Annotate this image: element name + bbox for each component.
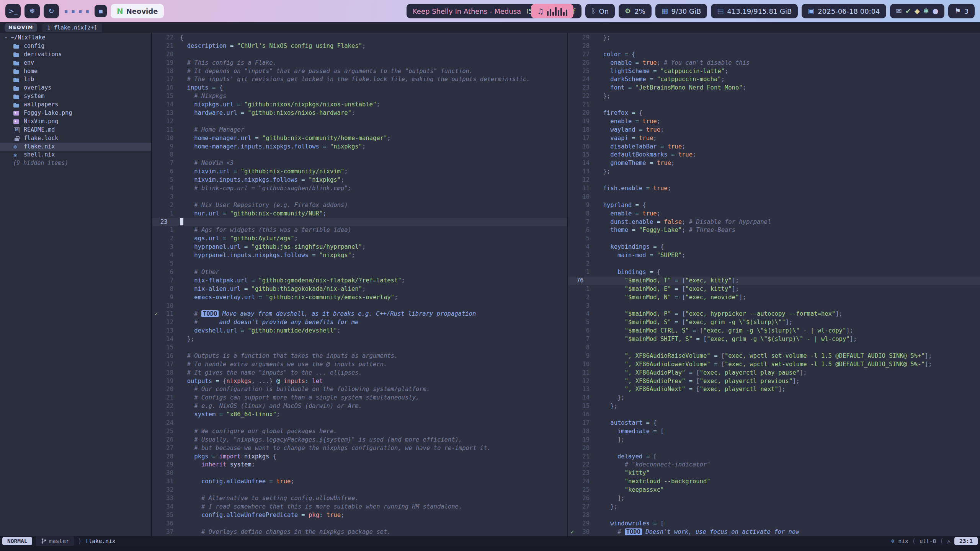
code-line[interactable]: 28 <box>568 42 980 51</box>
code-line[interactable]: 10 home-manager.url = "github:nix-commun… <box>152 134 567 143</box>
code-line[interactable]: 29 windowrules = [ <box>568 520 980 528</box>
code-line[interactable]: 7 nix-flatpak.url = "github:gmodena/nix-… <box>152 277 567 285</box>
code-line[interactable]: 17 # The inputs' git revisions get locke… <box>152 75 567 84</box>
code-line[interactable]: 14 }; <box>152 335 567 344</box>
code-line[interactable]: 4 "$mainMod, P" = ["exec, hyprpicker --a… <box>568 310 980 318</box>
tree-item-system[interactable]: system <box>0 92 151 101</box>
buffer-tab[interactable]: 1 flake.nix[2+] <box>42 23 102 33</box>
code-line[interactable]: 30 <box>152 469 567 478</box>
code-line[interactable]: 23 system = "x86_64-linux"; <box>152 411 567 419</box>
code-line[interactable]: 76 "$mainMod, T" = ["exec, kitty"]; <box>568 277 980 285</box>
code-line[interactable]: 16 disableTabBar = true; <box>568 143 980 151</box>
code-line[interactable]: 28 pkgs = import nixpkgs { <box>152 453 567 461</box>
clock-module[interactable]: ▣2025-06-18 00:04 <box>802 4 886 18</box>
code-line[interactable]: 19 enable = true; <box>568 117 980 126</box>
code-line[interactable]: 2 <box>568 260 980 268</box>
code-line[interactable]: 6 theme = "Foggy-Lake"; # Three-Bears <box>568 226 980 235</box>
code-line[interactable]: 22 # e.g. NixOS (linux) and MacOS (darwi… <box>152 402 567 411</box>
code-line[interactable]: 4 hyprpanel.inputs.nixpkgs.follows = "ni… <box>152 251 567 260</box>
code-line[interactable]: 26 enable = true; # You can't disable th… <box>568 59 980 67</box>
code-line[interactable]: 20 <box>152 51 567 59</box>
code-line[interactable]: 9 hyprland = { <box>568 201 980 210</box>
code-line[interactable]: 15 <box>152 344 567 352</box>
code-line[interactable]: 1 nur.url = "github:nix-community/NUR"; <box>152 210 567 218</box>
code-line[interactable]: 33 # Alternative to setting config.allow… <box>152 494 567 503</box>
tree-item-~/NixFlake[interactable]: ▾~/NixFlake <box>0 34 151 42</box>
editor-pane-left[interactable]: 22{21 description = "ChUrl's NixOS confi… <box>152 33 567 536</box>
code-line[interactable]: ✓30 # TODO Doesn't work, use focus_on_ac… <box>568 528 980 536</box>
code-line[interactable]: 35 config.allowUnfreePredicate = pkg: tr… <box>152 511 567 520</box>
tree-item-env[interactable]: env <box>0 59 151 67</box>
check-icon[interactable]: ✔ <box>905 8 911 15</box>
code-line[interactable]: 11 # Home Manager <box>152 126 567 134</box>
reload-button[interactable]: ↻ <box>44 4 59 18</box>
code-line[interactable]: 15 defaultBookmarks = true; <box>568 151 980 159</box>
code-line[interactable]: 6 # Other <box>152 268 567 277</box>
code-line[interactable]: 17 # To handle extra arguments we use th… <box>152 360 567 369</box>
code-line[interactable]: 22 # "kdeconnect-indicator" <box>568 461 980 469</box>
code-line[interactable]: 13 hardware.url = "github:nixos/nixos-ha… <box>152 109 567 117</box>
tree-item-flake.lock[interactable]: flake.lock <box>0 134 151 143</box>
code-line[interactable]: 2 ags.url = "github:Aylur/ags"; <box>152 235 567 243</box>
code-line[interactable]: 21 <box>568 101 980 109</box>
code-line[interactable]: 8 <box>568 344 980 352</box>
code-line[interactable]: 12 <box>152 117 567 126</box>
tree-item-overlays[interactable]: overlays <box>0 84 151 92</box>
code-line[interactable]: 29 inherit system; <box>152 461 567 469</box>
code-line[interactable]: 29 }; <box>568 34 980 42</box>
code-line[interactable]: 31 config.allowUnfree = true; <box>152 478 567 486</box>
code-line[interactable]: 7 "$mainMod SHIFT, S" = ["exec, grim -g … <box>568 335 980 344</box>
dot-icon[interactable]: ● <box>933 8 939 15</box>
code-line[interactable]: 8 enable = true; <box>568 210 980 218</box>
now-playing-module[interactable]: Keep Shelly In Athens - Medusa <box>407 4 527 18</box>
code-line[interactable]: 13 }; <box>568 168 980 176</box>
tree-item-flake.nix[interactable]: flake.nix <box>0 143 151 151</box>
code-line[interactable]: 9 home-manager.inputs.nixpkgs.follows = … <box>152 143 567 151</box>
code-line[interactable]: 28 <box>568 511 980 520</box>
code-line[interactable]: 26 # Usually, "nixpkgs.legacyPackages.${… <box>152 436 567 444</box>
notifications-module[interactable]: ⚑3 <box>948 4 975 18</box>
code-line[interactable]: 6 nixvim.url = "github:nix-community/nix… <box>152 168 567 176</box>
code-line[interactable]: 21 delayed = [ <box>568 453 980 461</box>
code-line[interactable]: 7 # NeoVim <3 <box>152 159 567 168</box>
code-line[interactable]: 2 # Nix User Repository (e.g. Firefox ad… <box>152 201 567 210</box>
code-line[interactable]: 18 wayland = true; <box>568 126 980 134</box>
code-line[interactable]: 19 outputs = {nixpkgs, ...} @ inputs: le… <box>152 377 567 386</box>
code-line[interactable]: 36 <box>152 520 567 528</box>
code-line[interactable]: 3 <box>152 193 567 201</box>
code-line[interactable]: 12 # and doesn't provide any benefits fo… <box>152 318 567 327</box>
code-line[interactable]: 6 "$mainMod CTRL, S" = ["exec, grim -g \… <box>568 327 980 335</box>
code-line[interactable]: 11 ", XF86AudioPlay" = ["exec, playerctl… <box>568 369 980 377</box>
music-visualizer-module[interactable]: ♫ <box>531 4 573 18</box>
code-line[interactable]: 8 nix-alien.url = "github:thiagokokada/n… <box>152 285 567 293</box>
code-line[interactable]: 20 # Our configuration is buildable on t… <box>152 385 567 394</box>
code-line[interactable]: 13 ", XF86AudioNext" = ["exec, playerctl… <box>568 385 980 394</box>
workspace-icon[interactable]: ▪ <box>72 8 75 14</box>
code-line[interactable]: 24 "nextcloud --background" <box>568 478 980 486</box>
code-line[interactable]: 1 "$mainMod, E" = ["exec, kitty"]; <box>568 285 980 293</box>
code-line[interactable]: 11 fish.enable = true; <box>568 184 980 193</box>
git-branch[interactable]: master <box>36 536 74 546</box>
code-line[interactable]: 14 gnomeTheme = true; <box>568 159 980 168</box>
mail-icon[interactable]: ✉ <box>896 8 902 15</box>
editor-pane-right[interactable]: 29 };2827 color = {26 enable = true; # Y… <box>567 33 980 536</box>
code-line[interactable]: 34 # I read somewhere that this is more … <box>152 503 567 511</box>
tree-item-shell.nix[interactable]: shell.nix <box>0 151 151 159</box>
code-line[interactable]: 16 inputs = { <box>152 84 567 92</box>
system-tray-module[interactable]: ✉✔◆✱● <box>890 4 945 18</box>
code-line[interactable]: 17 autostart = { <box>568 419 980 427</box>
code-line[interactable]: 19 # This config is a Flake. <box>152 59 567 67</box>
tree-item-home[interactable]: home <box>0 67 151 76</box>
code-line[interactable]: 21 description = "ChUrl's NixOS config u… <box>152 42 567 51</box>
code-line[interactable]: 16 <box>568 411 980 419</box>
code-line[interactable]: 12 <box>568 176 980 184</box>
code-line[interactable]: 32 <box>152 486 567 494</box>
code-line[interactable]: 20 <box>568 444 980 453</box>
code-line[interactable]: 37 # Overlays define changes in the nixp… <box>152 528 567 536</box>
tree-item-Foggy-Lake.png[interactable]: Foggy-Lake.png <box>0 109 151 117</box>
code-line[interactable]: 23 "kitty" <box>568 469 980 478</box>
code-line[interactable]: 5 <box>568 235 980 243</box>
code-line[interactable]: 12 ", XF86AudioPrev" = ["exec, playerctl… <box>568 377 980 386</box>
code-line[interactable]: 9 ", XF86AudioRaiseVolume" = ["exec, wpc… <box>568 352 980 360</box>
neovide-app-badge[interactable]: NNeovide <box>111 4 164 18</box>
